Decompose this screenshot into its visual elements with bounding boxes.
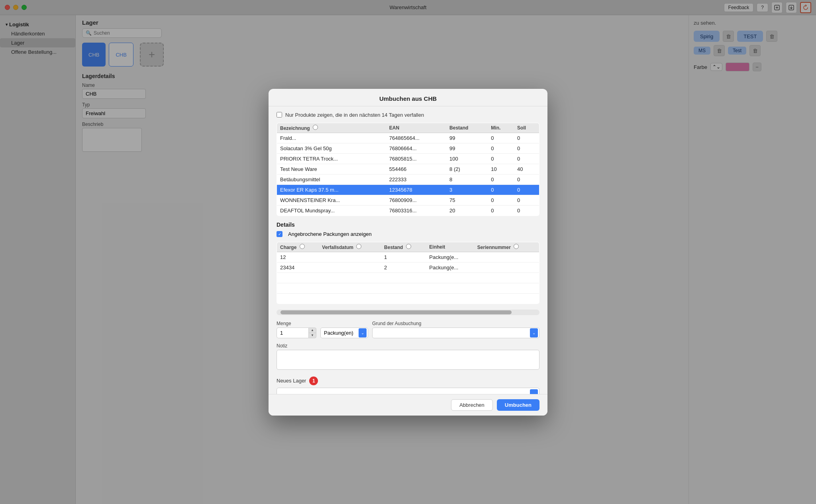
charge-cell-bestand: 2 — [381, 262, 426, 273]
table-cell-bezeichnung: Efexor ER Kaps 37.5 m... — [277, 184, 386, 195]
confirm-button[interactable]: Umbuchen — [497, 399, 539, 411]
grund-field: Grund der Ausbuchung ⌄ — [372, 321, 539, 338]
table-row[interactable]: PRIORIX TETRA Trock...76805815...10000 — [277, 153, 539, 164]
table-cell-min: 0 — [488, 153, 514, 164]
table-cell-bestand: 99 — [446, 143, 488, 153]
notiz-textarea[interactable] — [277, 350, 539, 370]
angebrochene-checkbox[interactable]: ✓ — [277, 231, 282, 237]
modal-footer: Abbrechen Umbuchen — [269, 394, 547, 416]
col-bezeichnung: Bezeichnung — [277, 123, 386, 133]
einheit-select-wrap: Packung(en) ⌄ — [320, 328, 368, 338]
col-charge-bestand: Bestand — [381, 242, 426, 252]
table-cell-min: 0 — [488, 143, 514, 153]
menge-field: Menge ▲ ▼ — [277, 321, 316, 338]
table-cell-bezeichnung: Solacutan 3% Gel 50g — [277, 143, 386, 153]
col-charge: Charge — [277, 242, 319, 252]
cancel-button[interactable]: Abbrechen — [451, 399, 493, 411]
table-cell-bestand: 75 — [446, 195, 488, 205]
angebrochene-label: Angebrochene Packungen anzeigen — [288, 231, 372, 237]
table-cell-min: 0 — [488, 184, 514, 195]
col-bestand: Bestand — [446, 123, 488, 133]
table-row[interactable]: DEAFTOL Mundspray...76803316...2000 — [277, 205, 539, 216]
table-cell-bestand: 8 — [446, 174, 488, 184]
table-row[interactable]: Solacutan 3% Gel 50g76806664...9900 — [277, 143, 539, 153]
neues-lager-select-wrap: ⌄ — [277, 388, 539, 394]
table-cell-soll: 0 — [514, 133, 539, 143]
grund-select-wrap: ⌄ — [372, 328, 539, 338]
table-cell-bestand: 20 — [446, 205, 488, 216]
notiz-label: Notiz — [277, 343, 539, 349]
einheit-select[interactable]: Packung(en) — [320, 328, 368, 338]
table-cell-bezeichnung: PRIORIX TETRA Trock... — [277, 153, 386, 164]
charge-cell-seriennummer — [474, 252, 539, 262]
neues-lager-badge: 1 — [309, 377, 318, 385]
modal-body: Nur Produkte zeigen, die in den nächsten… — [269, 106, 547, 394]
neues-lager-label: Neues Lager 1 — [277, 377, 539, 385]
table-cell-min: 0 — [488, 205, 514, 216]
table-cell-ean: 764865664... — [386, 133, 446, 143]
grund-select[interactable] — [372, 328, 539, 338]
table-cell-bezeichnung: Test Neue Ware — [277, 164, 386, 174]
horizontal-scrollbar[interactable] — [277, 310, 539, 315]
col-verfallsdatum: Verfallsdatum — [319, 242, 381, 252]
charge-cell-charge: 23434 — [277, 262, 319, 273]
sort-charge-radio[interactable] — [300, 244, 305, 249]
col-seriennummer: Seriennummer — [474, 242, 539, 252]
einheit-label — [320, 321, 368, 326]
charge-row[interactable]: 121Packung(e... — [277, 252, 539, 262]
charge-cell-verfallsdatum — [319, 262, 381, 273]
table-cell-ean: 554466 — [386, 164, 446, 174]
table-cell-min: 0 — [488, 174, 514, 184]
stepper-up[interactable]: ▲ — [309, 328, 316, 333]
table-cell-ean: 76806664... — [386, 143, 446, 153]
table-row[interactable]: Betäubungsmittel222333800 — [277, 174, 539, 184]
details-section: Details ✓ Angebrochene Packungen anzeige… — [277, 222, 539, 237]
table-cell-soll: 0 — [514, 143, 539, 153]
table-cell-bestand: 3 — [446, 184, 488, 195]
table-cell-soll: 0 — [514, 205, 539, 216]
table-cell-bestand: 99 — [446, 133, 488, 143]
table-cell-bezeichnung: Frald... — [277, 133, 386, 143]
table-cell-min: 0 — [488, 195, 514, 205]
menge-input[interactable] — [277, 328, 308, 338]
filter-checkbox-label: Nur Produkte zeigen, die in den nächsten… — [285, 112, 424, 118]
neues-lager-section: Neues Lager 1 ⌄ — [277, 377, 539, 394]
table-cell-soll: 0 — [514, 153, 539, 164]
charge-row[interactable]: 234342Packung(e... — [277, 262, 539, 273]
charge-cell-verfallsdatum — [319, 252, 381, 262]
table-cell-min: 10 — [488, 164, 514, 174]
charge-row-empty — [277, 293, 539, 304]
filter-checkbox[interactable] — [277, 112, 282, 118]
table-cell-ean: 76803316... — [386, 205, 446, 216]
table-cell-soll: 40 — [514, 164, 539, 174]
menge-stepper[interactable]: ▲ ▼ — [308, 328, 316, 338]
table-cell-soll: 0 — [514, 184, 539, 195]
charge-cell-einheit: Packung(e... — [426, 252, 474, 262]
table-row[interactable]: WONNENSTEINER Kra...76800909...7500 — [277, 195, 539, 205]
sort-bezeichnung-radio[interactable] — [313, 125, 318, 130]
product-table: Bezeichnung EAN Bestand Min. — [277, 123, 539, 216]
modal-title: Umbuchen aus CHB — [269, 89, 547, 106]
sort-verfall-radio[interactable] — [356, 244, 361, 249]
grund-label: Grund der Ausbuchung — [372, 321, 539, 326]
col-min: Min. — [488, 123, 514, 133]
charge-cell-einheit: Packung(e... — [426, 262, 474, 273]
table-row[interactable]: Efexor ER Kaps 37.5 m...12345678300 — [277, 184, 539, 195]
table-cell-soll: 0 — [514, 174, 539, 184]
charge-cell-charge: 12 — [277, 252, 319, 262]
notiz-field: Notiz — [277, 343, 539, 371]
stepper-down[interactable]: ▼ — [309, 333, 316, 338]
sort-serial-radio[interactable] — [514, 244, 519, 249]
sort-bestand-radio[interactable] — [406, 244, 411, 249]
charge-cell-bestand: 1 — [381, 252, 426, 262]
table-cell-bezeichnung: DEAFTOL Mundspray... — [277, 205, 386, 216]
table-cell-soll: 0 — [514, 195, 539, 205]
modal-umbuchen: Umbuchen aus CHB Nur Produkte zeigen, di… — [269, 89, 547, 416]
neues-lager-select[interactable] — [277, 388, 539, 394]
table-row[interactable]: Test Neue Ware5544668 (2)1040 — [277, 164, 539, 174]
table-cell-ean: 76805815... — [386, 153, 446, 164]
col-soll: Soll — [514, 123, 539, 133]
table-cell-ean: 222333 — [386, 174, 446, 184]
table-cell-min: 0 — [488, 133, 514, 143]
table-row[interactable]: Frald...764865664...9900 — [277, 133, 539, 143]
